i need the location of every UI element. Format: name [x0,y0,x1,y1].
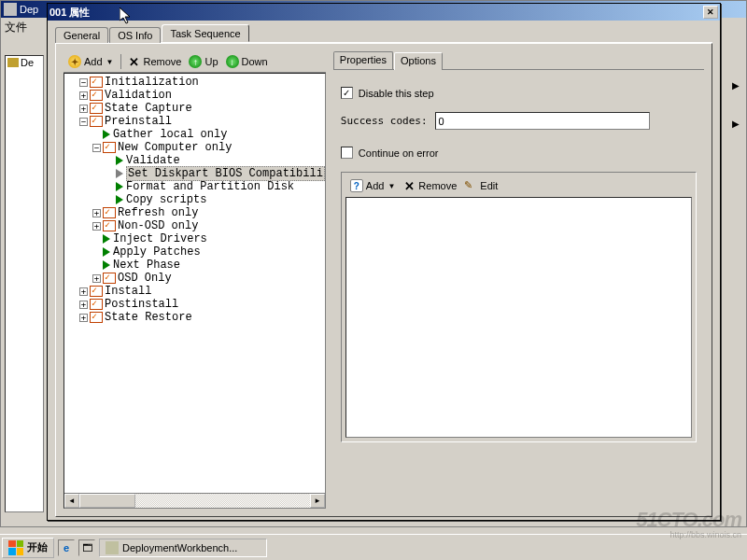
tree-expander[interactable]: + [92,209,101,217]
remove-button[interactable]: ✕Remove [125,54,185,69]
tree-row[interactable]: +Postinstall [64,298,325,311]
quicklaunch-desktop[interactable]: 🗔 [78,539,95,556]
check-icon [103,220,116,231]
tree-expander[interactable]: + [79,301,88,309]
taskbar: 开始 e 🗔 DeploymentWorkbench... [0,534,747,560]
tree-row[interactable]: Inject Drivers [64,232,325,245]
subtabs: Properties Options [333,51,704,70]
tab-general[interactable]: General [55,27,108,43]
arrow-icon [103,260,110,270]
options-content: ✓ Disable this step Success codes: Conti… [333,70,704,450]
horizontal-scrollbar[interactable]: ◄ ► [64,493,325,508]
tree-label: Set Diskpart BIOS Compatibili [126,166,325,181]
scroll-left-button[interactable]: ◄ [64,494,79,508]
properties-dialog: 001 属性 ✕ General OS Info Task Sequence ✦… [47,3,721,521]
tree-expander[interactable]: + [79,105,88,113]
bg-title: Dep [20,4,38,15]
options-panel: Properties Options ✓ Disable this step S… [333,51,704,509]
tree-expander[interactable]: + [79,91,88,100]
cond-remove-button[interactable]: ✕Remove [400,178,459,193]
tree-expander[interactable]: − [92,144,101,152]
scroll-thumb[interactable] [79,494,135,508]
add-button[interactable]: ✦Add▼ [65,54,117,69]
tree-row[interactable]: −New Computer only [64,141,325,154]
chevron-right-icon[interactable]: ▶ [732,119,740,129]
tree-expander[interactable]: + [79,314,88,322]
watermark-sub: http://bbs.winois.cn [669,530,741,539]
windows-logo-icon [8,540,23,555]
tree-row[interactable]: +Refresh only [64,206,325,219]
tree-label: New Computer only [118,141,232,154]
cond-add-button[interactable]: ?Add▼ [347,178,399,193]
tree-expander[interactable]: − [79,78,88,87]
conditions-list[interactable] [345,197,692,438]
add-icon: ✦ [68,55,81,68]
menu-file[interactable]: 文件 [5,21,27,34]
tree-row[interactable]: −Preinstall [64,115,325,128]
chevron-right-icon[interactable]: ▶ [732,80,740,91]
tree-row[interactable]: +OSD Only [64,272,325,285]
quicklaunch-ie[interactable]: e [58,539,75,556]
tab-tasksequence[interactable]: Task Sequence [162,24,248,42]
tree-row[interactable]: Next Phase [64,259,325,272]
sequence-tree[interactable]: −Initialization+Validation+State Capture… [63,73,326,509]
ie-icon: e [63,542,69,553]
check-icon [103,142,116,153]
conditions-toolbar: ?Add▼ ✕Remove Edit [345,176,692,195]
dropdown-icon: ▼ [106,58,114,66]
tree-label: Next Phase [113,259,180,272]
scroll-track[interactable] [79,494,310,508]
tree-row[interactable]: +Validation [64,89,325,102]
cond-edit-button[interactable]: Edit [461,178,500,193]
bg-tree-root[interactable]: De [6,56,43,69]
close-button[interactable]: ✕ [703,6,718,19]
tree-expander[interactable]: + [92,274,101,283]
up-button[interactable]: ↑Up [186,54,220,69]
tree-row[interactable]: Gather local only [64,128,325,141]
tree-expander[interactable]: + [79,287,88,296]
disable-step-row: ✓ Disable this step [341,87,697,99]
down-icon: ↓ [226,55,239,68]
continue-on-error-checkbox[interactable] [341,147,353,159]
disable-step-checkbox[interactable]: ✓ [341,87,353,99]
tree-label: State Capture [105,102,192,115]
disable-step-label: Disable this step [359,88,434,99]
dialog-titlebar[interactable]: 001 属性 ✕ [48,4,720,21]
tree-expander[interactable]: + [92,222,101,231]
arrow-icon [116,182,123,191]
success-codes-input[interactable] [435,112,650,130]
mmc-icon [106,541,119,554]
check-icon [90,90,103,101]
tree-label: Install [105,285,151,298]
tree-label: Validation [105,89,172,102]
remove-icon: ✕ [402,179,416,192]
tree-row[interactable]: +State Capture [64,102,325,115]
arrow-icon [116,195,123,204]
check-icon [90,312,103,323]
subtab-options[interactable]: Options [394,52,443,70]
subtab-properties[interactable]: Properties [333,51,393,69]
tab-osinfo[interactable]: OS Info [109,27,161,43]
continue-on-error-row: Continue on error [341,147,697,159]
help-icon: ? [350,179,363,192]
tree-row[interactable]: Copy scripts [64,193,325,206]
scroll-right-button[interactable]: ► [310,494,325,508]
down-button[interactable]: ↓Down [223,54,271,69]
folder-icon [7,58,19,67]
tree-row[interactable]: Apply Patches [64,245,325,259]
tree-row[interactable]: Validate [64,154,325,167]
tree-label: Postinstall [105,298,178,311]
tree-row[interactable]: +State Restore [64,311,325,324]
tree-expander[interactable]: − [79,118,88,126]
tree-label: Preinstall [105,115,172,128]
arrow-gray-icon [116,169,123,178]
main-tabs: General OS Info Task Sequence [55,24,712,43]
dialog-title: 001 属性 [49,6,90,20]
tree-row[interactable]: −Initialization [64,76,325,89]
tree-row[interactable]: +Install [64,285,325,298]
taskbar-app-button[interactable]: DeploymentWorkbench... [99,539,267,557]
tree-row[interactable]: Set Diskpart BIOS Compatibili [64,167,325,180]
tree-row[interactable]: Format and Partition Disk [64,180,325,193]
start-button[interactable]: 开始 [2,538,54,558]
tree-row[interactable]: +Non-OSD only [64,219,325,232]
